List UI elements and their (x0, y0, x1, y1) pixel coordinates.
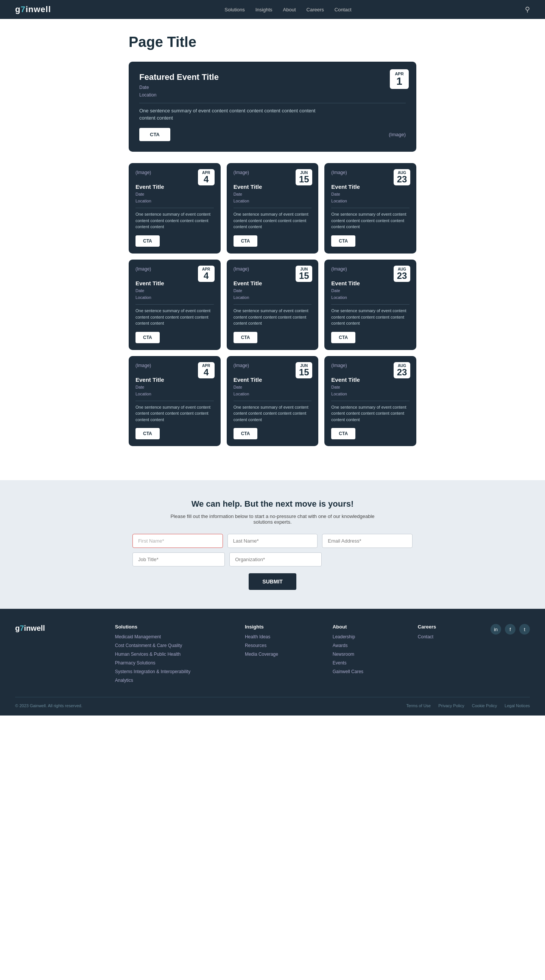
event-summary: One sentence summary of event content co… (234, 404, 312, 423)
event-badge-day: 4 (201, 271, 212, 280)
event-summary: One sentence summary of event content co… (135, 404, 214, 423)
event-badge-day: 23 (397, 271, 407, 280)
footer-solutions-list: Medicaid ManagementCost Containment & Ca… (115, 633, 190, 683)
footer-bottom-link[interactable]: Cookie Policy (472, 703, 497, 708)
event-meta: DateLocation (135, 191, 214, 205)
event-summary: One sentence summary of event content co… (234, 308, 312, 326)
footer-bottom-link[interactable]: Privacy Policy (438, 703, 464, 708)
footer-link[interactable]: Leadership (333, 634, 355, 640)
submit-button[interactable]: SUBMIT (249, 573, 296, 590)
event-card: (Image) Apr 4 Event Title DateLocation O… (129, 163, 221, 253)
footer-link[interactable]: Contact (418, 634, 433, 640)
event-card: (Image) Jun 15 Event Title DateLocation … (227, 163, 319, 253)
first-name-input[interactable] (132, 534, 223, 548)
event-card: (Image) Aug 23 Event Title DateLocation … (324, 163, 416, 253)
footer-link[interactable]: Human Services & Public Health (115, 652, 180, 657)
footer-link[interactable]: Awards (333, 643, 348, 648)
event-date-badge: Apr 4 (198, 362, 215, 379)
event-card: (Image) Jun 15 Event Title DateLocation … (227, 259, 319, 350)
nav-contact[interactable]: Contact (335, 7, 352, 13)
event-summary: One sentence summary of event content co… (135, 308, 214, 326)
event-date-badge: Aug 23 (394, 169, 410, 185)
footer-link[interactable]: Cost Containment & Care Quality (115, 643, 182, 648)
event-date-badge: Apr 4 (198, 266, 215, 282)
footer-link[interactable]: Medicaid Management (115, 634, 161, 640)
footer-bottom-link[interactable]: Legal Notices (505, 703, 530, 708)
event-badge-day: 23 (397, 175, 407, 184)
main-nav: g7inwell Solutions Insights About Career… (0, 0, 545, 19)
event-cta-button[interactable]: CTA (234, 235, 258, 247)
email-input[interactable] (322, 534, 413, 548)
footer-link[interactable]: Analytics (115, 678, 133, 683)
event-cta-button[interactable]: CTA (331, 332, 355, 343)
footer-link[interactable]: Systems Integration & Interoperability (115, 669, 190, 674)
search-icon[interactable]: ⚲ (525, 5, 530, 14)
page-title: Page Title (129, 34, 416, 50)
event-card: (Image) Jun 15 Event Title DateLocation … (227, 356, 319, 447)
footer-top: g7inwell Solutions Medicaid ManagementCo… (15, 624, 530, 686)
nav-insights[interactable]: Insights (255, 7, 272, 13)
list-item: Newsroom (333, 651, 363, 657)
event-cta-button[interactable]: CTA (135, 332, 160, 343)
event-summary: One sentence summary of event content co… (331, 404, 410, 423)
event-meta: DateLocation (331, 287, 410, 301)
event-date-badge: Jun 15 (296, 169, 312, 185)
footer-solutions-col: Solutions Medicaid ManagementCost Contai… (115, 624, 190, 686)
event-summary: One sentence summary of event content co… (331, 211, 410, 230)
event-cta-button[interactable]: CTA (234, 428, 258, 439)
footer-link[interactable]: Gainwell Cares (333, 669, 363, 674)
nav-about[interactable]: About (283, 7, 296, 13)
footer-link[interactable]: Pharmacy Solutions (115, 660, 156, 665)
footer-link[interactable]: Resources (245, 643, 266, 648)
footer-link[interactable]: Health Ideas (245, 634, 270, 640)
event-meta: DateLocation (135, 384, 214, 398)
contact-subtext: Please fill out the information below to… (167, 514, 378, 525)
event-divider (331, 304, 410, 305)
copyright: © 2023 Gainwell. All rights reserved. (15, 703, 82, 708)
footer-insights-col: Insights Health IdeasResourcesMedia Cove… (245, 624, 278, 686)
event-divider (331, 401, 410, 401)
featured-divider (139, 103, 406, 103)
form-row-2 (132, 552, 413, 566)
footer-logo[interactable]: g7inwell (15, 624, 61, 633)
event-date-badge: Aug 23 (394, 362, 410, 379)
event-cta-button[interactable]: CTA (135, 235, 160, 247)
nav-careers[interactable]: Careers (307, 7, 324, 13)
event-cta-button[interactable]: CTA (331, 428, 355, 439)
footer-link[interactable]: Media Coverage (245, 652, 278, 657)
featured-cta-button[interactable]: CTA (139, 128, 171, 141)
contact-form: SUBMIT (132, 534, 413, 590)
footer: g7inwell Solutions Medicaid ManagementCo… (0, 609, 545, 716)
logo[interactable]: g7inwell (15, 5, 51, 14)
footer-link[interactable]: Events (333, 660, 347, 665)
list-item: Events (333, 660, 363, 665)
footer-bottom-link[interactable]: Terms of Use (406, 703, 431, 708)
event-date-badge: Jun 15 (296, 362, 312, 379)
last-name-input[interactable] (228, 534, 318, 548)
footer-social: in f t (491, 624, 530, 686)
footer-bottom-links: Terms of UsePrivacy PolicyCookie PolicyL… (406, 703, 530, 708)
contact-section: We can help. But the next move is yours!… (0, 480, 545, 609)
footer-link[interactable]: Newsroom (333, 652, 354, 657)
nav-solutions[interactable]: Solutions (225, 7, 244, 13)
event-divider (234, 304, 312, 305)
linkedin-icon[interactable]: in (491, 624, 501, 635)
event-badge-day: 15 (299, 271, 309, 280)
event-badge-day: 23 (397, 368, 407, 377)
list-item: Resources (245, 642, 278, 648)
event-cta-button[interactable]: CTA (234, 332, 258, 343)
event-meta: DateLocation (234, 287, 312, 301)
event-meta: DateLocation (234, 384, 312, 398)
org-input[interactable] (229, 552, 322, 566)
event-cta-button[interactable]: CTA (331, 235, 355, 247)
footer-careers-list: Contact (418, 633, 436, 640)
list-item: Cost Containment & Care Quality (115, 642, 190, 648)
footer-logo-col: g7inwell (15, 624, 61, 686)
job-title-input[interactable] (132, 552, 225, 566)
twitter-icon[interactable]: t (519, 624, 530, 635)
facebook-icon[interactable]: f (505, 624, 515, 635)
footer-insights-heading: Insights (245, 624, 278, 630)
featured-footer: CTA (Image) (139, 128, 406, 141)
event-cta-button[interactable]: CTA (135, 428, 160, 439)
footer-insights-list: Health IdeasResourcesMedia Coverage (245, 633, 278, 657)
